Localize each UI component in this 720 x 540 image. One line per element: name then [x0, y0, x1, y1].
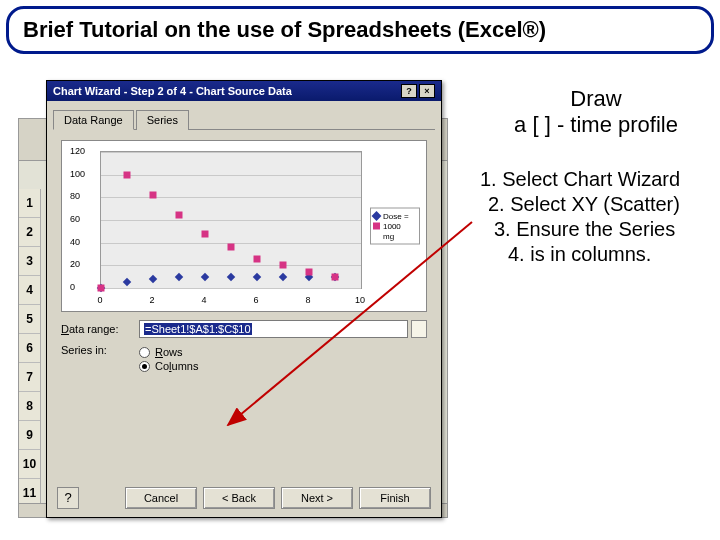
- x-tick: 8: [305, 295, 310, 305]
- row-header[interactable]: 3: [19, 247, 40, 276]
- data-point: [332, 273, 339, 280]
- range-picker-icon[interactable]: [411, 320, 427, 338]
- y-tick: 100: [70, 169, 85, 179]
- radio-rows-label: Rows: [155, 346, 183, 358]
- data-range-value: =Sheet1!$A$1:$C$10: [144, 323, 252, 335]
- row-header[interactable]: 1: [19, 189, 40, 218]
- data-point: [98, 285, 105, 292]
- data-point: [306, 269, 313, 276]
- next-button[interactable]: Next >: [281, 487, 353, 509]
- x-tick: 2: [149, 295, 154, 305]
- data-point: [202, 230, 209, 237]
- tab-series[interactable]: Series: [136, 110, 189, 130]
- data-range-label: Data range:: [61, 323, 139, 335]
- data-point: [201, 272, 209, 280]
- data-point: [253, 272, 261, 280]
- legend-label-1: Dose =: [383, 212, 409, 221]
- steps-list: 1. Select Chart Wizard 2. Select XY (Sca…: [476, 167, 716, 267]
- draw-line2: a [ ] - time profile: [476, 112, 716, 138]
- series-in-row: Series in: Rows Columns: [61, 344, 427, 374]
- legend-swatch-1: [372, 211, 382, 221]
- data-point: [280, 262, 287, 269]
- data-point: [227, 272, 235, 280]
- draw-line1: Draw: [476, 86, 716, 112]
- x-tick: 4: [201, 295, 206, 305]
- help-button[interactable]: ?: [57, 487, 79, 509]
- data-point: [124, 171, 131, 178]
- chart-legend: Dose = 1000 mg: [370, 208, 420, 245]
- row-header[interactable]: 6: [19, 334, 40, 363]
- data-point: [228, 244, 235, 251]
- radio-icon: [139, 361, 150, 372]
- step-2: 2. Select XY (Scatter): [480, 192, 716, 217]
- radio-icon: [139, 347, 150, 358]
- data-range-row: Data range: =Sheet1!$A$1:$C$10: [61, 320, 427, 338]
- y-tick: 40: [70, 237, 80, 247]
- chart-preview: Dose = 1000 mg 0204060801001200246810: [61, 140, 427, 312]
- step-4: 4. is in columns.: [480, 242, 716, 267]
- y-tick: 0: [70, 282, 75, 292]
- plot-area: [100, 151, 362, 289]
- step-3: 3. Ensure the Series: [480, 217, 716, 242]
- data-point: [175, 272, 183, 280]
- row-header[interactable]: 10: [19, 450, 40, 479]
- x-tick: 0: [97, 295, 102, 305]
- row-header[interactable]: 9: [19, 421, 40, 450]
- dialog-button-row: ? Cancel < Back Next > Finish: [47, 487, 441, 509]
- back-button[interactable]: < Back: [203, 487, 275, 509]
- row-header[interactable]: 8: [19, 392, 40, 421]
- x-tick: 10: [355, 295, 365, 305]
- slide-title: Brief Tutorial on the use of Spreadsheet…: [23, 17, 697, 43]
- y-tick: 120: [70, 146, 85, 156]
- tab-strip: Data Range Series: [53, 109, 435, 130]
- data-point: [149, 275, 157, 283]
- data-point: [150, 192, 157, 199]
- data-range-label-text: ata range:: [69, 323, 119, 335]
- cancel-button[interactable]: Cancel: [125, 487, 197, 509]
- x-tick: 6: [253, 295, 258, 305]
- help-icon[interactable]: ?: [401, 84, 417, 98]
- series-in-label: Series in:: [61, 344, 139, 356]
- row-header[interactable]: 2: [19, 218, 40, 247]
- row-header[interactable]: 7: [19, 363, 40, 392]
- draw-heading: Draw a [ ] - time profile: [476, 86, 716, 139]
- data-point: [279, 272, 287, 280]
- slide-title-box: Brief Tutorial on the use of Spreadsheet…: [6, 6, 714, 54]
- y-tick: 20: [70, 259, 80, 269]
- radio-columns-label: Columns: [155, 360, 198, 372]
- dialog-titlebar[interactable]: Chart Wizard - Step 2 of 4 - Chart Sourc…: [47, 81, 441, 101]
- data-point: [254, 255, 261, 262]
- close-icon[interactable]: ×: [419, 84, 435, 98]
- data-range-input[interactable]: =Sheet1!$A$1:$C$10: [139, 320, 408, 338]
- finish-button[interactable]: Finish: [359, 487, 431, 509]
- dialog-title: Chart Wizard - Step 2 of 4 - Chart Sourc…: [53, 85, 399, 97]
- radio-rows[interactable]: Rows: [139, 346, 198, 358]
- radio-columns[interactable]: Columns: [139, 360, 198, 372]
- step-1: 1. Select Chart Wizard: [480, 167, 716, 192]
- chart-wizard-dialog: Chart Wizard - Step 2 of 4 - Chart Sourc…: [46, 80, 442, 518]
- legend-label-3: mg: [383, 232, 394, 241]
- y-tick: 60: [70, 214, 80, 224]
- data-point: [176, 212, 183, 219]
- legend-swatch-2: [373, 223, 380, 230]
- radio-group: Rows Columns: [139, 344, 198, 374]
- data-point: [123, 278, 131, 286]
- row-header[interactable]: 4: [19, 276, 40, 305]
- tab-data-range[interactable]: Data Range: [53, 110, 134, 130]
- legend-label-2: 1000: [383, 222, 401, 231]
- y-tick: 80: [70, 191, 80, 201]
- row-header[interactable]: 5: [19, 305, 40, 334]
- row-headers: 1 2 3 4 5 6 7 8 9 10 11: [19, 189, 41, 503]
- instructions-panel: Draw a [ ] - time profile 1. Select Char…: [476, 86, 716, 267]
